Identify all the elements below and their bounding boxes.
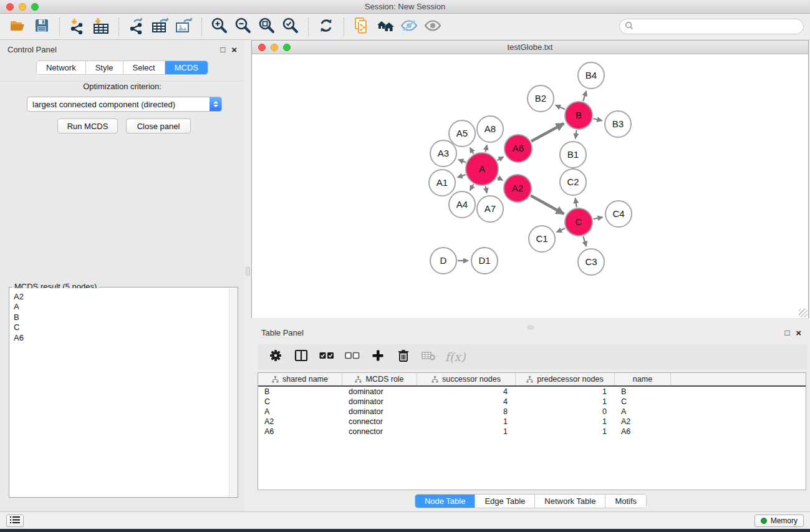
float-panel-icon[interactable]: □: [220, 46, 225, 54]
export-image-button[interactable]: [172, 16, 196, 37]
delete-column-button[interactable]: [393, 347, 414, 367]
graph-node-C3[interactable]: C3: [578, 249, 604, 275]
create-column-button[interactable]: [367, 347, 388, 367]
tab-node-table[interactable]: Node Table: [415, 495, 476, 508]
zoom-fit-button[interactable]: [255, 16, 279, 37]
graph-edge[interactable]: [458, 160, 466, 163]
split-panel-button[interactable]: [291, 347, 312, 367]
tab-select[interactable]: Select: [123, 61, 165, 74]
tab-motifs[interactable]: Motifs: [605, 495, 646, 508]
graph-edge[interactable]: [531, 123, 564, 142]
graph-node-D1[interactable]: D1: [471, 248, 498, 274]
graph-edge[interactable]: [576, 198, 577, 207]
column-header-predecessor-nodes[interactable]: predecessor nodes: [516, 373, 615, 385]
import-network-button[interactable]: [65, 16, 89, 37]
table-row[interactable]: A6 connector 1 1 A6: [258, 427, 806, 437]
column-header-mcds-role[interactable]: MCDS role: [342, 373, 417, 385]
graph-node-A4[interactable]: A4: [449, 191, 475, 218]
hide-selected-button[interactable]: [397, 16, 421, 37]
graph-node-B[interactable]: B: [565, 102, 592, 129]
graph-edge[interactable]: [458, 175, 466, 177]
new-network-from-selection-button[interactable]: [350, 16, 374, 37]
table-row[interactable]: A2 connector 1 1 A2: [258, 417, 806, 427]
table-settings-button[interactable]: [265, 347, 286, 367]
import-table-button[interactable]: [89, 16, 113, 37]
close-table-panel-icon[interactable]: ×: [796, 328, 801, 337]
hide-all-columns-button[interactable]: [342, 347, 363, 367]
tab-style[interactable]: Style: [86, 61, 123, 74]
graph-edge[interactable]: [576, 130, 577, 139]
horizontal-splitter-grip[interactable]: [528, 326, 534, 329]
zoom-in-button[interactable]: [208, 16, 231, 37]
list-item[interactable]: C: [14, 322, 229, 332]
tab-network[interactable]: Network: [37, 61, 86, 74]
close-panel-icon[interactable]: ×: [231, 45, 237, 54]
search-field[interactable]: [619, 19, 804, 34]
graph-edge[interactable]: [557, 228, 566, 232]
graph-edge[interactable]: [486, 186, 487, 193]
close-panel-button[interactable]: Close panel: [126, 118, 191, 133]
network-window-titlebar[interactable]: testGlobe.txt: [252, 41, 808, 54]
refresh-layout-button[interactable]: [314, 16, 338, 37]
graph-node-A8[interactable]: A8: [477, 116, 503, 142]
graph-edge[interactable]: [556, 105, 565, 110]
network-canvas[interactable]: B4B2BB3A5A8A6A3B1AA1C2A2A4A7C4CC1C3DD1: [252, 54, 808, 318]
optimization-criterion-select[interactable]: largest connected component (directed): [27, 97, 222, 112]
splitter-grip[interactable]: [246, 267, 250, 276]
graph-node-B4[interactable]: B4: [578, 62, 604, 89]
list-item[interactable]: A2: [14, 292, 229, 302]
graph-node-C4[interactable]: C4: [605, 201, 632, 227]
graph-node-A5[interactable]: A5: [449, 120, 475, 147]
window-resize-grip[interactable]: [799, 309, 808, 317]
export-table-button[interactable]: [148, 16, 172, 37]
list-item[interactable]: B: [14, 312, 229, 322]
graph-edge[interactable]: [594, 217, 603, 219]
graph-node-A2[interactable]: A2: [504, 175, 531, 202]
graph-node-A6[interactable]: A6: [504, 135, 532, 162]
search-input[interactable]: [637, 22, 803, 31]
memory-button[interactable]: Memory: [755, 515, 804, 527]
run-mcds-button[interactable]: Run MCDS: [57, 118, 118, 133]
first-neighbors-button[interactable]: [374, 16, 397, 37]
tab-network-table[interactable]: Network Table: [535, 495, 605, 508]
tab-mcds[interactable]: MCDS: [165, 61, 208, 74]
list-item[interactable]: A6: [14, 333, 229, 343]
graph-node-B3[interactable]: B3: [605, 111, 631, 137]
column-header-shared-name[interactable]: shared name: [258, 373, 342, 385]
float-table-panel-icon[interactable]: □: [784, 329, 789, 337]
graph-node-C[interactable]: C: [565, 208, 592, 236]
vertical-splitter[interactable]: [244, 40, 251, 511]
zoom-selected-button[interactable]: [279, 16, 302, 37]
graph-edge[interactable]: [470, 184, 474, 190]
show-all-button[interactable]: [421, 16, 445, 37]
list-item[interactable]: A: [14, 302, 229, 312]
graph-edge[interactable]: [583, 236, 586, 246]
graph-node-C2[interactable]: C2: [560, 169, 586, 195]
show-all-columns-button[interactable]: [316, 347, 337, 367]
graph-node-A[interactable]: A: [466, 153, 498, 185]
graph-edge[interactable]: [497, 157, 503, 160]
table-row[interactable]: C dominator 4 1 C: [258, 397, 806, 407]
export-network-button[interactable]: [125, 16, 148, 37]
graph-node-A3[interactable]: A3: [430, 140, 456, 167]
graph-node-C1[interactable]: C1: [529, 226, 555, 252]
graph-node-B1[interactable]: B1: [560, 142, 586, 168]
save-session-button[interactable]: [30, 16, 54, 37]
graph-node-B2[interactable]: B2: [528, 85, 554, 112]
zoom-out-button[interactable]: [231, 16, 255, 37]
graph-edge[interactable]: [531, 196, 564, 214]
column-header-successor-nodes[interactable]: successor nodes: [417, 373, 516, 385]
open-session-button[interactable]: [6, 16, 30, 37]
graph-node-A1[interactable]: A1: [429, 170, 455, 196]
column-header-name[interactable]: name: [615, 373, 671, 385]
graph-edge[interactable]: [498, 177, 503, 180]
tab-edge-table[interactable]: Edge Table: [475, 495, 535, 508]
table-row[interactable]: A dominator 8 0 A: [258, 407, 806, 417]
graph-edge[interactable]: [470, 148, 474, 154]
result-list-scrollbar[interactable]: [229, 288, 237, 496]
table-row[interactable]: B dominator 4 1 B: [258, 387, 806, 397]
graph-edge[interactable]: [486, 145, 487, 152]
graph-node-A7[interactable]: A7: [477, 196, 503, 222]
graph-node-D[interactable]: D: [430, 248, 456, 274]
graph-edge[interactable]: [593, 118, 602, 120]
